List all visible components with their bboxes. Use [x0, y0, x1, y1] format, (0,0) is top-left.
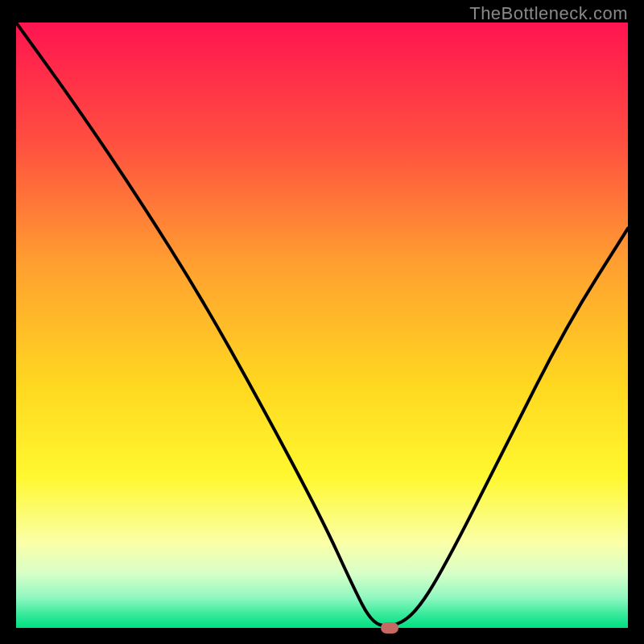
watermark-text: TheBottleneck.com: [469, 3, 628, 24]
chart-frame: TheBottleneck.com: [0, 0, 644, 644]
background-gradient: [16, 23, 628, 628]
optimal-point-marker: [381, 622, 398, 634]
plot-area: [16, 23, 628, 628]
svg-rect-0: [16, 23, 628, 628]
